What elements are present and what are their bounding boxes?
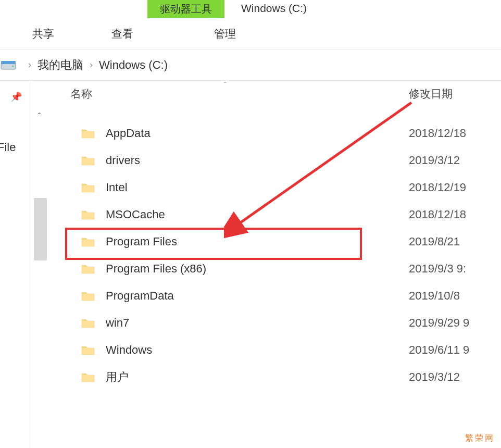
file-date: 2018/12/19: [409, 181, 466, 194]
tab-manage[interactable]: 管理: [198, 21, 252, 46]
title-bar: 驱动器工具 Windows (C:): [0, 0, 501, 18]
folder-icon: [81, 371, 95, 383]
folder-icon: [81, 209, 95, 220]
folder-icon: [81, 263, 95, 275]
file-date: 2018/12/18: [409, 127, 466, 140]
folder-icon: [81, 317, 95, 329]
file-row[interactable]: 用户2019/3/12: [31, 364, 501, 391]
drive-icon: [0, 60, 17, 70]
file-name: Windows: [106, 343, 152, 357]
svg-point-2: [12, 65, 14, 67]
file-row[interactable]: Intel2018/12/19: [31, 174, 501, 201]
sidebar-file-label[interactable]: File: [0, 141, 16, 154]
ribbon-tabs: 共享 查看 管理: [0, 18, 501, 49]
folder-icon: [81, 182, 95, 193]
window-title: Windows (C:): [241, 2, 307, 15]
folder-icon: [81, 290, 95, 302]
file-name: drivers: [106, 154, 140, 167]
breadcrumb-my-computer[interactable]: 我的电脑: [37, 57, 83, 73]
file-row[interactable]: ProgramData2019/10/8: [31, 282, 501, 309]
breadcrumb-drive[interactable]: Windows (C:): [99, 58, 168, 72]
content-area: 📌 File ˆ ˆ 名称 修改日期 AppData2018/12/18driv…: [0, 81, 501, 448]
file-name: Program Files (x86): [106, 262, 206, 276]
file-name: Intel: [106, 181, 128, 194]
sort-indicator-icon[interactable]: ˆ: [224, 81, 227, 89]
watermark: 繁荣网: [465, 433, 495, 444]
column-date-header[interactable]: 修改日期: [409, 86, 453, 101]
column-headers: ˆ 名称 修改日期: [31, 81, 501, 107]
file-date: 2019/10/8: [409, 289, 460, 303]
file-row[interactable]: Windows2019/6/11 9: [31, 337, 501, 364]
file-name: MSOCache: [106, 208, 165, 221]
sidebar: 📌 File: [0, 81, 31, 448]
file-list: AppData2018/12/18drivers2019/3/12Intel20…: [31, 107, 501, 391]
svg-rect-1: [1, 61, 16, 64]
folder-icon: [81, 236, 95, 247]
file-row[interactable]: Program Files (x86)2019/9/3 9:: [31, 255, 501, 282]
file-date: 2018/12/18: [409, 208, 466, 221]
tab-view[interactable]: 查看: [96, 21, 149, 46]
chevron-icon: ›: [28, 59, 31, 70]
file-date: 2019/3/12: [409, 154, 460, 167]
file-date: 2019/9/3 9:: [409, 262, 466, 276]
file-row[interactable]: AppData2018/12/18: [31, 120, 501, 147]
file-date: 2019/3/12: [409, 370, 460, 384]
drive-tools-tab[interactable]: 驱动器工具: [147, 0, 224, 18]
file-panel: ˆ 名称 修改日期 AppData2018/12/18drivers2019/3…: [31, 81, 501, 448]
file-name: AppData: [106, 127, 151, 140]
file-date: 2019/9/29 9: [409, 316, 469, 330]
file-name: win7: [106, 316, 129, 330]
address-bar[interactable]: › 我的电脑 › Windows (C:): [0, 49, 501, 81]
column-name-header[interactable]: 名称: [70, 86, 92, 101]
file-row[interactable]: win72019/9/29 9: [31, 309, 501, 337]
file-name: Program Files: [106, 235, 177, 248]
file-row[interactable]: Program Files2019/8/21: [31, 228, 501, 255]
file-name: ProgramData: [106, 289, 174, 303]
folder-icon: [81, 155, 95, 166]
file-row[interactable]: MSOCache2018/12/18: [31, 201, 501, 228]
file-date: 2019/6/11 9: [409, 343, 469, 357]
pin-icon[interactable]: 📌: [10, 91, 22, 103]
file-row[interactable]: drivers2019/3/12: [31, 147, 501, 174]
tab-share[interactable]: 共享: [17, 21, 70, 46]
folder-icon: [81, 344, 95, 356]
folder-icon: [81, 128, 95, 139]
file-name: 用户: [106, 369, 129, 385]
file-date: 2019/8/21: [409, 235, 460, 248]
chevron-icon: ›: [90, 59, 93, 70]
